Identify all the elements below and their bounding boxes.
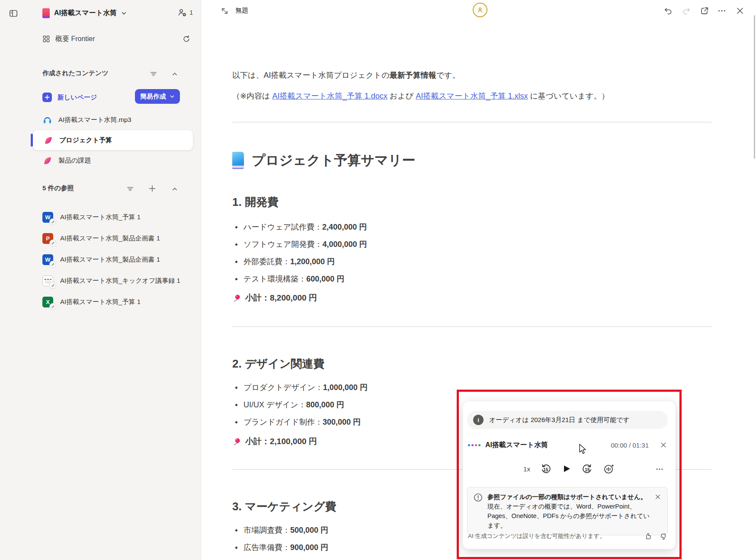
loop-page-icon [42, 156, 52, 166]
warning-icon [473, 493, 483, 502]
skip-back-label: 15 [540, 467, 552, 472]
filter-icon[interactable] [149, 69, 158, 79]
add-reference-icon[interactable] [147, 183, 157, 194]
item-amount: 1,200,000 円 [290, 256, 335, 267]
item-label: ハードウェア試作費： [243, 222, 322, 232]
audio-title: AI搭載スマート水筒 [485, 441, 548, 450]
divider [232, 326, 711, 327]
availability-banner: i オーディオは 2026年3月21日 まで使用可能です [467, 411, 668, 429]
chevron-up-icon[interactable] [170, 185, 179, 194]
plus-icon [42, 93, 52, 102]
share-icon[interactable] [698, 4, 711, 17]
audio-waveform-icon [468, 444, 481, 446]
xlsx-link[interactable]: AI搭載スマート水筒_予算 1.xlsx [416, 92, 528, 100]
reference-item[interactable]: X AI搭載スマート水筒_予算 1 [37, 291, 197, 313]
divider [232, 122, 711, 122]
sidebar-item-overview[interactable]: 概要 Frontier [42, 33, 95, 45]
warning-bold-text: 参照ファイルの一部の種類はサポートされていません。 [487, 493, 647, 500]
sidebar-toggle-icon[interactable] [7, 7, 20, 20]
new-page-label: 新しいページ [58, 93, 97, 102]
audio-player-card: i オーディオは 2026年3月21日 まで使用可能です AI搭載スマート水筒 … [463, 401, 676, 549]
more-options-icon[interactable] [715, 4, 728, 17]
reference-item[interactable]: AI搭載スマート水筒_キックオフ議事録 1 [37, 270, 197, 291]
close-icon[interactable] [734, 4, 746, 17]
unsupported-files-warning: 参照ファイルの一部の種類はサポートされていません。現在、オーディオの概要では、W… [467, 487, 668, 535]
link-icon [49, 303, 56, 310]
item-label: 広告準備費： [243, 542, 290, 553]
sidebar-item-audio[interactable]: AI搭載スマート水筒.mp3 [42, 112, 131, 127]
redo-icon[interactable] [680, 4, 693, 17]
player-more-options-icon[interactable] [654, 464, 665, 475]
reference-label: AI搭載スマート水筒_予算 1 [60, 298, 141, 306]
blue-book-icon [232, 152, 244, 169]
play-button[interactable] [561, 464, 572, 474]
reference-item[interactable]: W AI搭載スマート水筒_予算 1 [37, 207, 197, 228]
item-label: ブランドガイド制作： [243, 417, 323, 427]
members-count: 1 [189, 9, 193, 16]
reference-label: AI搭載スマート水筒_キックオフ議事録 1 [60, 277, 180, 285]
note-middle: および [388, 92, 416, 100]
overview-label: 概要 Frontier [55, 35, 95, 44]
info-icon: i [473, 415, 484, 425]
player-close-icon[interactable] [658, 440, 669, 450]
reference-label: AI搭載スマート水筒_製品企画書 1 [60, 234, 160, 243]
link-icon [49, 282, 56, 289]
link-icon [49, 261, 56, 268]
sidebar: AI搭載スマート水筒 1 概要 Frontier 作成されたコンテンツ [0, 0, 201, 560]
list-item: テスト環境構築：600,000 円 [232, 270, 367, 288]
item-amount: 4,000,000 円 [323, 239, 367, 250]
warning-rest-text: 現在、オーディオの概要では、Word、PowerPoint、Pages、OneN… [487, 503, 650, 529]
quick-create-label: 簡易作成 [140, 93, 166, 101]
player-title-row: AI搭載スマート水筒 00:00 / 01:31 [468, 438, 669, 451]
source-note-paragraph: （※内容は AI搭載スマート水筒_予算 1.docx および AI搭載スマート水… [232, 90, 609, 102]
warning-close-icon[interactable] [653, 492, 663, 502]
references-section-title: 5 件の参照 [42, 184, 74, 192]
filter-icon[interactable] [125, 184, 135, 194]
mouse-cursor [579, 444, 587, 455]
section-heading: 3. マーケティング費 [232, 499, 336, 514]
avatar[interactable] [473, 3, 487, 17]
intro-bold: 最新予算情報 [390, 71, 436, 80]
members-button[interactable]: 1 [177, 7, 193, 18]
item-label: UI/UX デザイン： [243, 400, 306, 410]
list-item: プロダクトデザイン：1,000,000 円 [232, 379, 368, 396]
created-content-section-title: 作成されたコンテンツ [42, 69, 109, 77]
skip-back-15-button[interactable]: 15 [540, 463, 552, 475]
undo-icon[interactable] [662, 4, 675, 17]
quick-create-button[interactable]: 簡易作成 [135, 89, 180, 104]
item-label: 市場調査費： [243, 525, 290, 535]
docx-link[interactable]: AI搭載スマート水筒_予算 1.docx [272, 92, 388, 100]
subtotal-text: 小計：2,100,000 円 [245, 436, 317, 447]
item-amount: 800,000 円 [306, 400, 344, 410]
reference-item[interactable]: P AI搭載スマート水筒_製品企画書 1 [37, 228, 197, 249]
sidebar-item-product-issues[interactable]: 製品の課題 [42, 153, 91, 168]
new-page-button[interactable]: 新しいページ [42, 90, 97, 104]
refresh-icon[interactable] [181, 33, 192, 45]
chevron-up-icon[interactable] [170, 70, 179, 79]
skip-forward-15-button[interactable]: 15 [581, 463, 593, 475]
grid-icon [42, 35, 50, 43]
section-heading: 1. 開発費 [232, 195, 279, 210]
thumbs-up-icon[interactable] [643, 531, 653, 541]
subtotal-text: 小計：8,200,000 円 [245, 292, 317, 304]
item-label: ソフトウェア開発費： [243, 239, 323, 250]
chevron-down-icon [121, 10, 127, 16]
sidebar-item-project-budget[interactable]: プロジェクト予算 [33, 130, 193, 150]
loop-app-window: AI搭載スマート水筒 1 概要 Frontier 作成されたコンテンツ [0, 0, 756, 560]
intro-paragraph: 以下は、AI搭載スマート水筒プロジェクトの最新予算情報です。 [232, 69, 460, 81]
item-amount: 900,000 円 [290, 542, 328, 553]
playback-speed-button[interactable]: 1x [523, 465, 530, 473]
subtotal-row: 小計：2,100,000 円 [232, 436, 317, 447]
expand-icon[interactable] [219, 5, 230, 16]
scrollbar[interactable] [754, 15, 755, 159]
reference-item[interactable]: W AI搭載スマート水筒_製品企画書 1 [37, 249, 197, 270]
list-item: 外部委託費：1,200,000 円 [232, 253, 367, 270]
section-heading: 2. デザイン関連費 [232, 356, 324, 371]
thumbs-down-icon[interactable] [658, 531, 669, 541]
workspace-switcher[interactable]: AI搭載スマート水筒 [42, 7, 127, 19]
page-item-label: プロジェクト予算 [59, 136, 112, 144]
intro-suffix: です。 [436, 71, 460, 80]
reference-label: AI搭載スマート水筒_予算 1 [60, 213, 141, 221]
ai-voice-icon[interactable] [603, 463, 615, 475]
note-prefix: （※内容は [232, 92, 272, 100]
